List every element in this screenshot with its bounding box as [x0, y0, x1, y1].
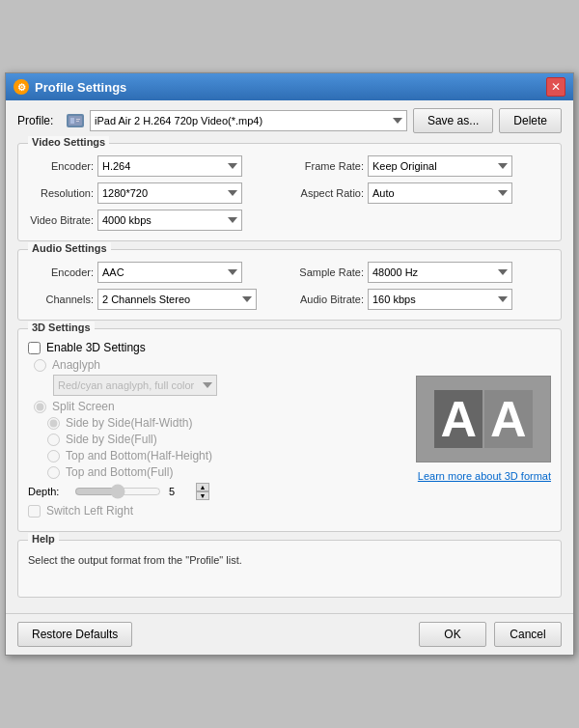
audio-encoder-label: Encoder:: [28, 266, 94, 278]
side-by-side-full-label: Side by Side(Full): [66, 433, 157, 446]
aspect-ratio-select[interactable]: Auto4:316:91:1: [368, 182, 512, 204]
side-by-side-half-label: Side by Side(Half-Width): [66, 416, 192, 430]
sample-rate-row: Sample Rate: 48000 Hz44100 Hz22050 Hz: [294, 262, 551, 283]
audio-bitrate-row: Audio Bitrate: 160 kbps128 kbps192 kbps2…: [294, 289, 551, 310]
top-bottom-full-row: Top and Bottom(Full): [47, 465, 406, 479]
top-bottom-full-radio[interactable]: [47, 466, 60, 479]
encoder-label: Encoder:: [28, 160, 94, 172]
channels-label: Channels:: [28, 294, 94, 305]
sample-rate-label: Sample Rate:: [294, 266, 364, 278]
side-by-side-half-radio[interactable]: [47, 417, 60, 430]
resolution-label: Resolution:: [28, 187, 94, 199]
switch-lr-row: Switch Left Right: [28, 504, 406, 518]
close-button[interactable]: ✕: [546, 77, 565, 97]
depth-value: 5: [169, 486, 188, 497]
video-bitrate-select[interactable]: 4000 kbps2000 kbps6000 kbps8000 kbps: [97, 210, 242, 231]
profile-icon: [67, 114, 84, 127]
content-area: Profile: iPad Air 2 H.264 720p Video(*.m…: [6, 100, 573, 613]
svg-rect-1: [70, 118, 74, 124]
depth-slider[interactable]: [74, 485, 161, 498]
audio-settings-section: Audio Settings Encoder: AACMP3AC3WMA Sam…: [17, 249, 562, 321]
d3-settings-title: 3D Settings: [28, 322, 95, 333]
enable-3d-label: Enable 3D Settings: [46, 341, 146, 354]
encoder-row: Encoder: H.264H.265MPEG-4XVID: [28, 155, 285, 177]
anaglyph-row: Anaglyph: [34, 358, 406, 372]
video-settings-section: Video Settings Encoder: H.264H.265MPEG-4…: [17, 143, 562, 241]
help-title: Help: [28, 533, 59, 545]
enable-3d-checkbox[interactable]: [28, 342, 41, 354]
aspect-ratio-row: Aspect Ratio: Auto4:316:91:1: [294, 182, 551, 204]
main-window: ⚙ Profile Settings ✕ Profile: iPad Air 2…: [5, 72, 574, 656]
help-text: Select the output format from the "Profi…: [28, 554, 551, 566]
depth-row: Depth: 5 ▲ ▼: [28, 483, 406, 500]
footer: Restore Defaults OK Cancel: [6, 613, 573, 655]
svg-rect-3: [76, 121, 79, 122]
depth-label: Depth:: [28, 486, 67, 497]
learn-more-link[interactable]: Learn more about 3D format: [418, 470, 551, 482]
profile-row: Profile: iPad Air 2 H.264 720p Video(*.m…: [17, 108, 562, 133]
enable-3d-row: Enable 3D Settings: [28, 341, 406, 354]
side-by-side-half-row: Side by Side(Half-Width): [47, 416, 406, 430]
video-settings-title: Video Settings: [28, 136, 109, 148]
anaglyph-type-select: Red/cyan anaglyph, full color: [53, 375, 217, 396]
delete-button[interactable]: Delete: [499, 108, 562, 133]
d3-right-panel: A A Learn more about 3D format: [416, 335, 551, 521]
help-section: Help Select the output format from the "…: [17, 540, 562, 598]
learn-more-row: Learn more about 3D format: [416, 470, 551, 482]
top-bottom-half-radio[interactable]: [47, 450, 60, 462]
d3-left-panel: Enable 3D Settings Anaglyph Red/cyan ana…: [28, 341, 406, 521]
resolution-select[interactable]: 1280*7201920*1080640*480320*240: [97, 182, 242, 204]
d3-settings-section: 3D Settings Enable 3D Settings Anaglyph …: [17, 328, 562, 532]
split-screen-row: Split Screen: [34, 400, 406, 413]
audio-encoder-select[interactable]: AACMP3AC3WMA: [97, 262, 242, 283]
depth-spinner: ▲ ▼: [196, 483, 209, 500]
switch-lr-label: Switch Left Right: [46, 504, 133, 518]
anaglyph-label: Anaglyph: [52, 358, 100, 372]
title-bar-left: ⚙ Profile Settings: [14, 79, 126, 95]
top-bottom-half-label: Top and Bottom(Half-Height): [66, 449, 212, 462]
depth-up-button[interactable]: ▲: [196, 483, 209, 491]
depth-down-button[interactable]: ▼: [196, 491, 209, 500]
profile-label: Profile:: [17, 114, 61, 127]
channels-select[interactable]: 2 Channels Stereo1 Channel Mono5.1 Chann…: [97, 289, 257, 310]
aa-left: A: [434, 390, 482, 448]
switch-lr-checkbox[interactable]: [28, 505, 41, 518]
audio-settings-title: Audio Settings: [28, 242, 111, 254]
frame-rate-row: Frame Rate: Keep Original242529.973060: [294, 155, 551, 177]
aa-right: A: [484, 390, 533, 448]
save-as-button[interactable]: Save as...: [413, 108, 493, 133]
restore-defaults-button[interactable]: Restore Defaults: [17, 622, 132, 647]
cancel-button[interactable]: Cancel: [494, 622, 562, 647]
aa-inner: A A: [434, 390, 532, 448]
app-icon: ⚙: [14, 79, 29, 95]
audio-encoder-row: Encoder: AACMP3AC3WMA: [28, 262, 285, 283]
aa-preview: A A: [416, 376, 551, 462]
audio-bitrate-label: Audio Bitrate:: [294, 294, 364, 305]
top-bottom-full-label: Top and Bottom(Full): [66, 465, 173, 479]
sample-rate-select[interactable]: 48000 Hz44100 Hz22050 Hz: [368, 262, 512, 283]
profile-select[interactable]: iPad Air 2 H.264 720p Video(*.mp4): [90, 110, 407, 131]
window-title: Profile Settings: [35, 80, 126, 95]
channels-row: Channels: 2 Channels Stereo1 Channel Mon…: [28, 289, 285, 310]
anaglyph-radio[interactable]: [34, 359, 46, 372]
ok-button[interactable]: OK: [419, 622, 486, 647]
aspect-ratio-label: Aspect Ratio:: [294, 187, 364, 199]
video-bitrate-row: Video Bitrate: 4000 kbps2000 kbps6000 kb…: [28, 210, 551, 231]
split-screen-radio[interactable]: [34, 401, 46, 413]
frame-rate-label: Frame Rate:: [294, 160, 364, 172]
svg-rect-2: [76, 119, 80, 120]
side-by-side-full-radio[interactable]: [47, 434, 60, 446]
audio-bitrate-select[interactable]: 160 kbps128 kbps192 kbps256 kbps320 kbps: [368, 289, 512, 310]
split-screen-label: Split Screen: [52, 400, 115, 413]
video-bitrate-label: Video Bitrate:: [28, 214, 94, 226]
top-bottom-half-row: Top and Bottom(Half-Height): [47, 449, 406, 462]
title-bar: ⚙ Profile Settings ✕: [6, 73, 573, 100]
side-by-side-full-row: Side by Side(Full): [47, 433, 406, 446]
footer-right: OK Cancel: [419, 622, 562, 647]
frame-rate-select[interactable]: Keep Original242529.973060: [368, 155, 512, 177]
resolution-row: Resolution: 1280*7201920*1080640*480320*…: [28, 182, 285, 204]
encoder-select[interactable]: H.264H.265MPEG-4XVID: [97, 155, 242, 177]
